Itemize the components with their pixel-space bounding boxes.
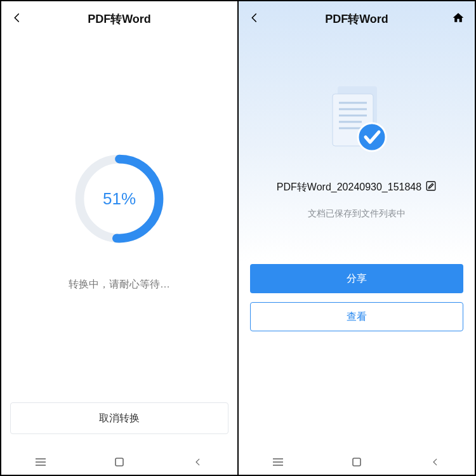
home-icon[interactable] bbox=[452, 11, 465, 27]
svg-rect-5 bbox=[116, 458, 123, 466]
cancel-button-label: 取消转换 bbox=[99, 412, 140, 425]
progress-ring: 51% bbox=[72, 151, 167, 246]
header-right: PDF转Word bbox=[239, 1, 475, 37]
share-button-label: 分享 bbox=[347, 272, 367, 286]
home-nav-icon[interactable] bbox=[350, 456, 363, 468]
cancel-button[interactable]: 取消转换 bbox=[10, 402, 228, 434]
result-screen: PDF转Word bbox=[239, 1, 475, 475]
recents-icon[interactable] bbox=[272, 456, 284, 468]
progress-percent-label: 51% bbox=[72, 151, 167, 246]
page-title: PDF转Word bbox=[325, 11, 388, 27]
system-navbar-right bbox=[239, 449, 475, 475]
share-button[interactable]: 分享 bbox=[250, 264, 463, 293]
view-button[interactable]: 查看 bbox=[250, 302, 463, 331]
recents-icon[interactable] bbox=[34, 456, 47, 468]
back-icon[interactable] bbox=[249, 12, 260, 26]
system-navbar-left bbox=[1, 449, 237, 475]
edit-name-icon[interactable] bbox=[425, 180, 437, 194]
page-title: PDF转Word bbox=[88, 11, 151, 27]
svg-point-13 bbox=[358, 123, 386, 151]
svg-rect-18 bbox=[353, 458, 360, 466]
back-icon[interactable] bbox=[11, 12, 23, 26]
header-left: PDF转Word bbox=[1, 1, 237, 37]
saved-message: 文档已保存到文件列表中 bbox=[308, 208, 406, 220]
file-name-row: PDF转Word_20240930_151848 bbox=[277, 180, 437, 194]
back-nav-icon[interactable] bbox=[192, 456, 204, 468]
status-text: 转换中，请耐心等待… bbox=[69, 278, 170, 291]
progress-screen: PDF转Word 51% 转换中，请耐心等待… 取消转换 bbox=[1, 1, 237, 475]
svg-rect-14 bbox=[426, 182, 435, 190]
document-success-icon bbox=[319, 81, 395, 157]
file-name: PDF转Word_20240930_151848 bbox=[277, 181, 421, 194]
left-content: 51% 转换中，请耐心等待… bbox=[1, 37, 237, 402]
view-button-label: 查看 bbox=[347, 310, 367, 324]
back-nav-icon[interactable] bbox=[429, 456, 442, 468]
home-nav-icon[interactable] bbox=[113, 456, 126, 468]
action-buttons: 分享 查看 bbox=[239, 264, 475, 331]
right-content: PDF转Word_20240930_151848 文档已保存到文件列表中 分享 … bbox=[239, 37, 475, 449]
